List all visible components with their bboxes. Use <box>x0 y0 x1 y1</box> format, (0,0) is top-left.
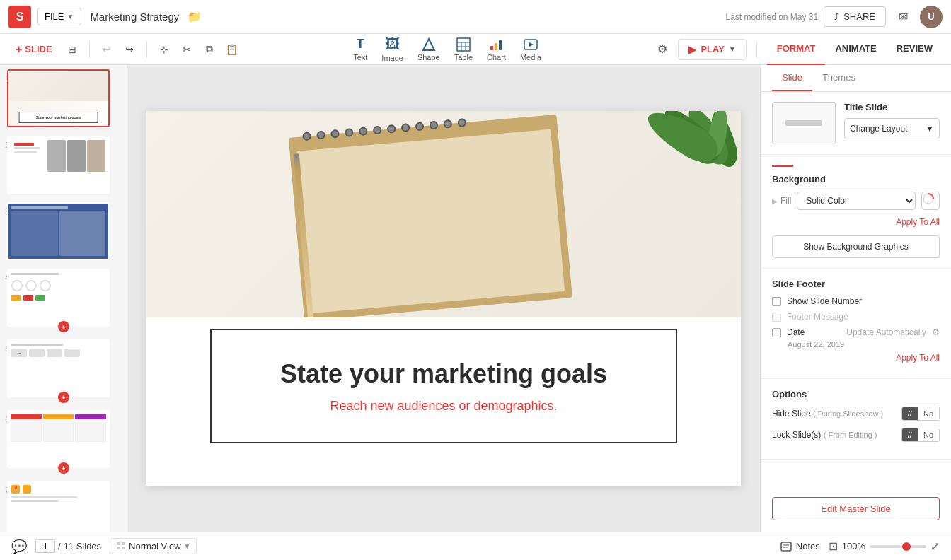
cut-button[interactable]: ✂ <box>177 40 197 59</box>
slide-preview-4 <box>8 270 108 325</box>
background-section: Background ▶ Fill Solid Color Gradient I… <box>761 155 951 269</box>
tab-format[interactable]: FORMAT <box>767 34 826 65</box>
layout-title: Title Slide <box>844 102 940 112</box>
shape-tool[interactable]: Shape <box>417 37 440 62</box>
slide-thumbnail-4[interactable]: 4 + <box>0 264 127 331</box>
view-label: Normal View <box>129 541 180 552</box>
slide-image-4[interactable] <box>7 269 110 327</box>
view-chevron-icon: ▼ <box>184 542 191 550</box>
background-title: Background <box>772 174 940 185</box>
toolbar-divider-3 <box>756 41 757 58</box>
add-slide-button[interactable]: + SLIDE <box>8 40 59 59</box>
hide-slide-toggle: // No <box>901 407 940 421</box>
slide-image-5[interactable]: → <box>7 339 110 397</box>
media-tool-icon <box>524 37 538 52</box>
select-button[interactable]: ⊹ <box>154 40 174 59</box>
status-left: 💬 / 11 Slides Normal View ▼ <box>11 538 197 554</box>
fill-dropdown[interactable]: Solid Color Gradient Image Pattern <box>797 192 916 210</box>
slide-image-1[interactable]: State your marketing goals <box>7 69 110 127</box>
slide-add-6: + <box>58 462 69 474</box>
slide-preview-7: 📍 <box>8 482 108 532</box>
tab-animate[interactable]: ANIMATE <box>825 34 886 65</box>
media-tool[interactable]: Media <box>520 37 541 62</box>
panel-tab-themes[interactable]: Themes <box>812 65 865 91</box>
share-button[interactable]: ⤴ SHARE <box>824 6 886 27</box>
slide-image-3[interactable] <box>7 202 110 260</box>
lock-slide-toggle: // No <box>901 428 940 442</box>
undo-button[interactable]: ↩ <box>97 40 117 59</box>
lock-slide-desc: ( From Editing ) <box>824 431 877 439</box>
slide-image-7[interactable]: 📍 <box>7 481 110 532</box>
table-tool[interactable]: Table <box>454 37 473 62</box>
options-section: Options Hide Slide ( During Slideshow ) … <box>761 379 951 460</box>
hide-slide-desc: ( During Slideshow ) <box>813 409 883 418</box>
footer-message-checkbox[interactable] <box>772 313 781 322</box>
toolbar-left: + SLIDE ⊟ ↩ ↪ ⊹ ✂ ⧉ 📋 <box>8 40 242 59</box>
date-checkbox[interactable] <box>772 328 781 337</box>
share-label: SHARE <box>843 11 875 22</box>
slide-thumbnail-7[interactable]: 7 📍 + <box>0 477 127 532</box>
slide-thumbnail-5[interactable]: 5 → + <box>0 335 127 402</box>
footer-message-label: Footer Message <box>787 312 848 322</box>
copy-button[interactable]: ⧉ <box>200 40 219 59</box>
lock-slide-toggle-no[interactable]: No <box>918 428 939 441</box>
view-selector[interactable]: Normal View ▼ <box>110 538 197 554</box>
slide-thumbnail-2[interactable]: 2 <box>0 132 127 198</box>
zoom-fit-button[interactable]: ⊡ <box>829 539 838 553</box>
chart-tool[interactable]: Chart <box>487 37 506 62</box>
plus-icon: + <box>16 43 22 56</box>
text-tool[interactable]: T Text <box>353 37 367 62</box>
canvas-area[interactable]: State your marketing goals Reach new aud… <box>127 65 760 532</box>
toolbar-divider-2 <box>146 41 147 58</box>
hide-slide-toggle-no[interactable]: No <box>918 407 939 420</box>
svg-rect-1 <box>457 38 470 51</box>
panel-tabs: Slide Themes <box>761 65 951 92</box>
slide-thumbnail-1[interactable]: 1 State your marketing goals <box>0 65 127 132</box>
app-logo[interactable]: S <box>8 6 31 28</box>
slide-thumbnail-6[interactable]: 6 + <box>0 406 127 472</box>
show-slide-number-checkbox[interactable] <box>772 297 781 306</box>
chat-icon[interactable]: 💬 <box>11 539 27 554</box>
user-avatar[interactable]: U <box>920 6 943 28</box>
bg-apply-to-all[interactable]: Apply To All <box>772 217 940 227</box>
change-layout-button[interactable]: Change Layout ▼ <box>844 118 940 139</box>
zoom-slider[interactable] <box>870 545 926 548</box>
last-modified-label: Last modified on May 31 <box>725 12 818 22</box>
zoom-label: 100% <box>842 541 865 552</box>
zoom-thumb <box>902 542 911 551</box>
slide-image-6[interactable] <box>7 410 110 468</box>
slide-thumbnail-3[interactable]: 3 <box>0 198 127 264</box>
mail-icon[interactable]: ✉ <box>892 6 914 28</box>
slide-image-2[interactable] <box>7 136 110 194</box>
notes-label: Notes <box>796 541 820 552</box>
redo-button[interactable]: ↪ <box>120 40 139 59</box>
fill-color-button[interactable] <box>921 192 940 210</box>
slide-counter: / 11 Slides <box>35 539 101 553</box>
folder-icon: 📁 <box>188 10 202 23</box>
slide-preview-2 <box>8 137 108 192</box>
panel-tab-slide[interactable]: Slide <box>772 65 812 91</box>
current-slide-input[interactable] <box>35 539 55 553</box>
tab-review[interactable]: REVIEW <box>887 34 943 65</box>
paste-button[interactable]: 📋 <box>222 40 242 59</box>
notes-button[interactable]: Notes <box>780 541 820 552</box>
play-button[interactable]: ▶ PLAY ▼ <box>678 39 746 60</box>
format-tabs: FORMAT ANIMATE REVIEW <box>767 34 943 65</box>
lock-slide-toggle-yes[interactable]: // <box>902 428 918 441</box>
hide-slide-toggle-yes[interactable]: // <box>902 407 918 420</box>
footer-apply-to-all[interactable]: Apply To All <box>772 353 940 363</box>
file-menu-button[interactable]: FILE ▼ <box>37 8 81 25</box>
edit-master-slide-button[interactable]: Edit Master Slide <box>772 497 940 520</box>
svg-marker-10 <box>529 42 534 47</box>
text-tool-icon: T <box>357 37 364 52</box>
fullscreen-icon[interactable]: ⤢ <box>930 539 940 553</box>
image-tool[interactable]: 🖼 Image <box>381 36 403 62</box>
svg-rect-15 <box>122 547 125 549</box>
share-icon: ⤴ <box>834 11 839 22</box>
hide-slide-row: Hide Slide ( During Slideshow ) // No <box>772 407 940 421</box>
settings-icon[interactable]: ⚙ <box>652 40 672 59</box>
show-background-graphics-button[interactable]: Show Background Graphics <box>772 235 940 258</box>
svg-rect-7 <box>495 43 497 50</box>
play-chevron-icon: ▼ <box>729 45 736 53</box>
view-toggle-button[interactable]: ⊟ <box>62 40 82 59</box>
